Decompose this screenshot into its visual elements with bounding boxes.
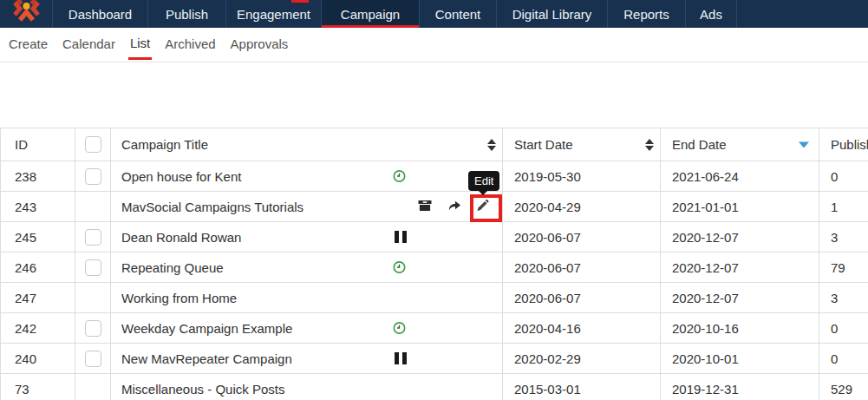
starburst-logo-icon xyxy=(7,0,47,28)
campaign-title-cell: New MavRepeater Campaign xyxy=(111,344,503,373)
campaign-title-cell: MavSocial Campaigns Tutorials xyxy=(111,192,503,221)
campaign-title-cell: Working from Home xyxy=(111,283,503,312)
campaign-id: 243 xyxy=(0,192,75,221)
campaign-title[interactable]: Miscellaneous - Quick Posts xyxy=(121,382,284,397)
campaign-title[interactable]: Weekday Campaign Example xyxy=(121,321,292,336)
subnav-item-approvals[interactable]: Approvals xyxy=(229,28,290,60)
nav-item-dashboard[interactable]: Dashboard xyxy=(52,0,147,28)
table-row: 247 Working from Home 2020-06-07 2020-12… xyxy=(0,283,868,313)
sort-descending-icon[interactable] xyxy=(799,141,809,148)
end-date: 2020-12-07 xyxy=(661,222,819,252)
campaign-title[interactable]: Open house for Kent xyxy=(121,169,241,184)
end-date: 2020-12-07 xyxy=(661,252,819,282)
nav-item-reports[interactable]: Reports xyxy=(607,0,685,28)
paused-icon xyxy=(395,231,407,243)
checkbox-cell xyxy=(75,161,111,191)
start-date: 2020-04-29 xyxy=(503,192,661,221)
top-navbar: Dashboard Publish Engagement Campaign Co… xyxy=(0,0,868,28)
campaign-title-cell: Weekday Campaign Example xyxy=(111,313,503,343)
red-fragment xyxy=(291,0,309,3)
column-header-end-date[interactable]: End Date xyxy=(661,128,819,161)
campaign-subnav: Create Calendar List Archived Approvals xyxy=(0,28,868,62)
select-all-checkbox[interactable] xyxy=(85,136,101,153)
campaign-id: 245 xyxy=(0,222,75,252)
column-header-id[interactable]: ID xyxy=(0,128,75,161)
checkbox-cell xyxy=(75,222,111,252)
sort-icon[interactable] xyxy=(487,139,496,151)
sort-icon[interactable] xyxy=(645,139,654,151)
table-row: 245 Dean Ronald Rowan 2020-06-07 2020-12… xyxy=(0,222,868,252)
campaign-title-cell: Miscellaneous - Quick Posts xyxy=(111,374,503,400)
column-header-publish[interactable]: Publish xyxy=(819,128,868,161)
end-date: 2020-10-16 xyxy=(661,313,819,343)
table-row: 246 Repeating Queue 2020-06-07 2020-12-0… xyxy=(0,252,868,283)
checkbox-cell xyxy=(75,344,111,373)
column-header-campaign-title[interactable]: Campaign Title xyxy=(111,128,503,161)
campaign-id: 246 xyxy=(0,252,75,282)
column-header-label: End Date xyxy=(672,137,727,152)
row-checkbox[interactable] xyxy=(85,229,101,246)
end-date: 2019-12-31 xyxy=(661,374,819,400)
row-checkbox[interactable] xyxy=(85,351,101,367)
nav-item-publish[interactable]: Publish xyxy=(147,0,225,28)
row-checkbox[interactable] xyxy=(85,168,101,185)
row-checkbox[interactable] xyxy=(85,259,101,276)
campaign-title[interactable]: Working from Home xyxy=(121,291,237,305)
campaign-title-cell: Dean Ronald Rowan xyxy=(111,222,503,252)
table-row: 73 Miscellaneous - Quick Posts 2015-03-0… xyxy=(0,374,868,400)
start-date: 2019-05-30 xyxy=(503,161,661,191)
publish-count: 1 xyxy=(819,192,868,221)
column-header-start-date[interactable]: Start Date xyxy=(503,128,661,161)
campaign-title[interactable]: Dean Ronald Rowan xyxy=(121,230,241,245)
campaign-id: 238 xyxy=(0,161,75,191)
campaign-title[interactable]: New MavRepeater Campaign xyxy=(121,351,292,366)
publish-count: 529 xyxy=(819,374,868,400)
checkbox-cell xyxy=(75,374,111,400)
campaign-id: 73 xyxy=(0,374,75,400)
campaign-title-cell: Open house for Kent xyxy=(111,161,503,191)
mavsocial-logo[interactable] xyxy=(0,0,52,28)
subnav-item-list[interactable]: List xyxy=(128,28,152,60)
checkbox-cell xyxy=(75,252,111,282)
publish-count: 79 xyxy=(819,252,868,282)
start-date: 2020-02-29 xyxy=(503,344,661,373)
row-checkbox[interactable] xyxy=(85,320,101,337)
nav-item-campaign[interactable]: Campaign xyxy=(321,0,419,28)
campaign-table: ID Campaign Title Start Date End Date Pu… xyxy=(0,128,868,400)
end-date: 2020-12-07 xyxy=(661,283,819,312)
publish-count: 0 xyxy=(819,344,868,373)
start-date: 2020-06-07 xyxy=(503,283,661,312)
nav-item-content[interactable]: Content xyxy=(419,0,496,28)
scheduled-clock-icon xyxy=(393,170,406,183)
campaign-title[interactable]: Repeating Queue xyxy=(121,260,224,275)
nav-item-digital-library[interactable]: Digital Library xyxy=(496,0,607,28)
start-date: 2015-03-01 xyxy=(503,374,661,400)
subnav-item-archived[interactable]: Archived xyxy=(163,28,217,60)
archive-icon[interactable] xyxy=(418,199,432,214)
scheduled-clock-icon xyxy=(393,261,406,274)
campaign-id: 240 xyxy=(0,344,75,373)
share-forward-icon[interactable] xyxy=(447,199,462,214)
scheduled-clock-icon xyxy=(393,322,406,335)
table-row: 242 Weekday Campaign Example 2020-04-16 … xyxy=(0,313,868,344)
subnav-item-create[interactable]: Create xyxy=(7,28,49,60)
table-row: 240 New MavRepeater Campaign 2020-02-29 … xyxy=(0,344,868,374)
table-row: 243 MavSocial Campaigns Tutorials 2020-0… xyxy=(0,192,868,222)
publish-count: 0 xyxy=(819,161,868,191)
column-header-label: Start Date xyxy=(514,137,573,152)
end-date: 2021-01-01 xyxy=(661,192,819,221)
start-date: 2020-06-07 xyxy=(503,222,661,252)
table-header-row: ID Campaign Title Start Date End Date Pu… xyxy=(0,128,868,161)
paused-icon xyxy=(395,352,407,364)
campaign-title[interactable]: MavSocial Campaigns Tutorials xyxy=(121,200,303,214)
nav-item-ads[interactable]: Ads xyxy=(685,0,737,28)
checkbox-cell xyxy=(75,283,111,312)
table-row: 238 Open house for Kent 2019-05-30 2021-… xyxy=(0,161,868,192)
end-date: 2020-10-01 xyxy=(661,344,819,373)
nav-item-engagement[interactable]: Engagement xyxy=(225,0,321,28)
checkbox-cell xyxy=(75,192,111,221)
campaign-id: 242 xyxy=(0,313,75,343)
subnav-item-calendar[interactable]: Calendar xyxy=(61,28,117,60)
campaign-id: 247 xyxy=(0,283,75,312)
edit-tooltip: Edit xyxy=(468,171,499,191)
